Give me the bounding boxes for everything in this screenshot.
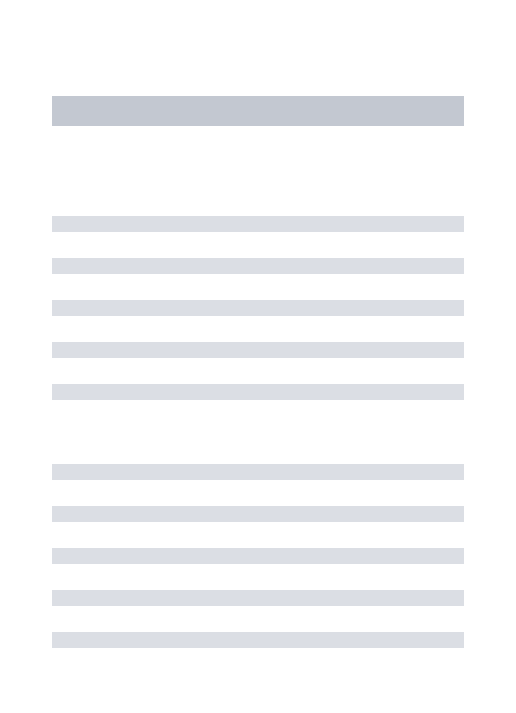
text-line-placeholder — [52, 216, 464, 232]
text-line-placeholder — [52, 590, 464, 606]
text-line-placeholder — [52, 548, 464, 564]
text-line-placeholder — [52, 464, 464, 480]
page-skeleton — [0, 0, 516, 648]
text-line-placeholder — [52, 384, 464, 400]
text-line-placeholder — [52, 506, 464, 522]
title-placeholder — [52, 96, 464, 126]
text-line-placeholder — [52, 632, 464, 648]
text-line-placeholder — [52, 300, 464, 316]
text-line-placeholder — [52, 258, 464, 274]
text-line-placeholder — [52, 342, 464, 358]
